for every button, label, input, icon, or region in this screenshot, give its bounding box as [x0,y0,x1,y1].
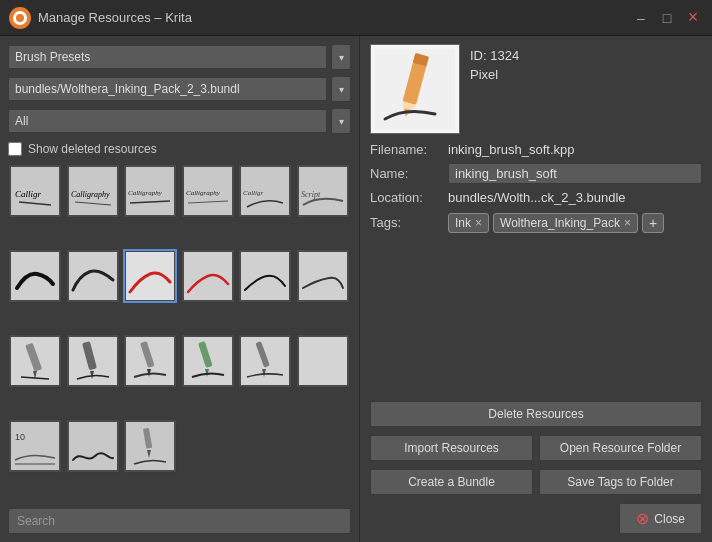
all-row: All ▾ [8,108,351,134]
tags-area: Ink × Wolthera_Inking_Pack × + [448,213,702,233]
svg-text:Calligraphy: Calligraphy [186,189,221,197]
bundle-dropdown[interactable]: bundles/Wolthera_Inking_Pack_2_3.bundl [8,77,327,101]
search-input[interactable] [8,508,351,534]
minimize-button[interactable]: – [630,7,652,29]
name-value: inking_brush_soft [448,163,702,184]
brush-presets-dropdown[interactable]: Brush Presets [8,45,327,69]
svg-text:Calligr: Calligr [15,189,42,199]
location-label: Location: [370,190,440,205]
close-row: ⊗ Close [370,503,702,534]
brush-cell-1[interactable]: Calligr [8,164,62,218]
resource-id: ID: 1324 [470,48,519,63]
svg-text:Calligr: Calligr [243,189,264,197]
brush-cell-17[interactable] [238,334,292,388]
brush-preview-image [375,49,455,129]
titlebar-left: Manage Resources – Krita [8,6,192,30]
tag-wolthera: Wolthera_Inking_Pack × [493,213,638,233]
svg-point-2 [16,14,24,22]
brush-cell-20[interactable] [66,419,120,473]
create-bundle-button[interactable]: Create a Bundle [370,469,533,495]
import-resources-button[interactable]: Import Resources [370,435,533,461]
brush-cell-18[interactable] [296,334,350,388]
close-icon: ⊗ [636,509,649,528]
name-row: Name: inking_brush_soft [370,163,702,184]
maximize-button[interactable]: □ [656,7,678,29]
brush-cell-3[interactable]: Calligraphy [123,164,177,218]
brush-cell-16[interactable] [181,334,235,388]
filename-value: inking_brush_soft.kpp [448,142,574,157]
brush-cell-13[interactable] [8,334,62,388]
left-panel: Brush Presets ▾ bundles/Wolthera_Inking_… [0,36,360,542]
all-dropdown[interactable]: All [8,109,327,133]
bundle-tags-row: Create a Bundle Save Tags to Folder [370,469,702,495]
brush-cell-4[interactable]: Calligraphy [181,164,235,218]
svg-rect-19 [11,252,59,300]
window-title: Manage Resources – Krita [38,10,192,25]
filename-row: Filename: inking_brush_soft.kpp [370,142,702,157]
svg-text:10: 10 [15,432,25,442]
tag-wolthera-remove[interactable]: × [624,217,631,229]
show-deleted-checkbox[interactable] [8,142,22,156]
delete-resources-button[interactable]: Delete Resources [370,401,702,427]
brush-cell-6[interactable]: Script [296,164,350,218]
svg-text:Calligraphy: Calligraphy [128,189,163,197]
brush-cell-15[interactable] [123,334,177,388]
svg-rect-24 [299,252,347,300]
titlebar: Manage Resources – Krita – □ × [0,0,712,36]
show-deleted-row: Show deleted resources [8,140,351,158]
preview-row: ID: 1324 Pixel [370,44,702,134]
tag-ink-label: Ink [455,216,471,230]
brush-grid: Calligr Calligraphy Calligraphy Calligra… [8,164,351,502]
info-table: Filename: inking_brush_soft.kpp Name: in… [370,142,702,205]
tag-wolthera-label: Wolthera_Inking_Pack [500,216,620,230]
save-tags-button[interactable]: Save Tags to Folder [539,469,702,495]
preview-info: ID: 1324 Pixel [470,44,519,82]
brush-presets-row: Brush Presets ▾ [8,44,351,70]
svg-text:Script: Script [301,190,321,199]
brush-presets-arrow[interactable]: ▾ [331,44,351,70]
brush-cell-19[interactable]: 10 [8,419,62,473]
right-panel: ID: 1324 Pixel Filename: inking_brush_so… [360,36,712,542]
location-value: bundles/Wolth...ck_2_3.bundle [448,190,626,205]
resource-type: Pixel [470,67,519,82]
brush-preview [370,44,460,134]
tag-ink-remove[interactable]: × [475,217,482,229]
open-resource-folder-button[interactable]: Open Resource Folder [539,435,702,461]
bundle-row: bundles/Wolthera_Inking_Pack_2_3.bundl ▾ [8,76,351,102]
close-button-label: Close [654,512,685,526]
window-close-button[interactable]: × [682,7,704,29]
brush-cell-14[interactable] [66,334,120,388]
tags-row: Tags: Ink × Wolthera_Inking_Pack × + [370,213,702,233]
krita-logo [8,6,32,30]
svg-rect-45 [69,422,117,470]
svg-rect-41 [299,337,347,385]
all-arrow[interactable]: ▾ [331,108,351,134]
tag-ink: Ink × [448,213,489,233]
brush-cell-9[interactable] [123,249,177,303]
brush-cell-8[interactable] [66,249,120,303]
brush-cell-12[interactable] [296,249,350,303]
show-deleted-label: Show deleted resources [28,142,157,156]
svg-rect-21 [126,252,174,300]
brush-cell-2[interactable]: Calligraphy [66,164,120,218]
bundle-arrow[interactable]: ▾ [331,76,351,102]
name-label: Name: [370,166,440,181]
main-layout: Brush Presets ▾ bundles/Wolthera_Inking_… [0,36,712,542]
location-row: Location: bundles/Wolth...ck_2_3.bundle [370,190,702,205]
brush-cell-21[interactable] [123,419,177,473]
filename-label: Filename: [370,142,440,157]
brush-cell-11[interactable] [238,249,292,303]
close-button[interactable]: ⊗ Close [619,503,702,534]
tags-label: Tags: [370,213,440,230]
brush-cell-10[interactable] [181,249,235,303]
titlebar-controls: – □ × [630,7,704,29]
svg-text:Calligraphy: Calligraphy [71,190,110,199]
brush-cell-5[interactable]: Calligr [238,164,292,218]
brush-cell-7[interactable] [8,249,62,303]
add-tag-button[interactable]: + [642,213,664,233]
svg-rect-42 [11,422,59,470]
import-open-row: Import Resources Open Resource Folder [370,435,702,461]
